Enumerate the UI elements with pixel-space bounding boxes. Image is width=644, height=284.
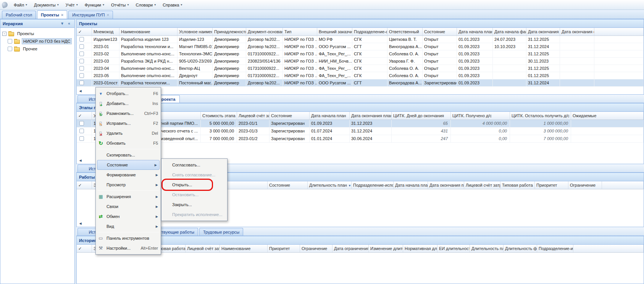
menu-item[interactable]: Закрыть... — [162, 200, 227, 210]
column-header[interactable]: Лицевой счёт затрат — [237, 112, 270, 119]
select-all-header[interactable]: ✓ — [77, 245, 92, 252]
column-header[interactable]: ЦИТК. Осталось получить д/с — [510, 112, 571, 119]
row-checkbox[interactable] — [79, 52, 84, 56]
tree-checkbox[interactable] — [8, 47, 12, 51]
grid-row[interactable]: Изделие123Разработка изделия 123Изделие-… — [77, 36, 644, 43]
menubar-item[interactable]: Функции▾ — [81, 1, 108, 9]
row-checkbox[interactable] — [79, 129, 84, 133]
grid-row[interactable]: 2023-02Выполнение опытно-конс...Технолог… — [77, 50, 644, 58]
grid-row[interactable]: 2023-01постРазработка технологии...Посто… — [77, 79, 644, 87]
column-header[interactable] — [602, 181, 644, 189]
column-header[interactable]: Дата начала план. — [394, 181, 428, 189]
tab[interactable]: Проекты× — [37, 10, 67, 19]
column-header[interactable]: Изменение длител — [369, 245, 403, 252]
tab[interactable]: Инструкции ПУП× — [68, 11, 113, 19]
column-header[interactable]: Мнемокод — [92, 28, 119, 36]
menu-item[interactable]: Просмотр▶ — [96, 180, 160, 190]
column-header[interactable]: Внешний заказчик — [317, 28, 352, 36]
select-all-header[interactable]: ✓ — [77, 28, 92, 36]
tab[interactable]: Трудовые ресурсы — [199, 228, 243, 236]
scroll-left-button[interactable]: ◀ — [77, 88, 83, 94]
column-header[interactable]: Тип — [283, 28, 317, 36]
column-header[interactable]: Состояние — [268, 181, 308, 189]
column-header[interactable]: Приоритет — [268, 245, 300, 252]
row-checkbox[interactable] — [79, 59, 84, 63]
column-header[interactable]: ЕИ длительности — [437, 245, 470, 252]
column-header[interactable]: Подразделение-исполнитель — [352, 181, 394, 189]
column-header[interactable]: Ограничение — [300, 245, 332, 252]
column-header[interactable]: Подразделение-от — [352, 28, 387, 36]
column-header[interactable]: Дата ограничения — [332, 245, 369, 252]
menu-item[interactable]: Связи▶ — [96, 202, 160, 211]
column-header[interactable]: Дата окончания план — [428, 181, 464, 189]
menubar-item[interactable]: Документы▾ — [31, 1, 62, 9]
scroll-left-button[interactable]: ◀ — [77, 221, 83, 226]
column-header[interactable]: Состояние — [270, 112, 310, 119]
column-header[interactable]: Состояние — [423, 28, 457, 36]
row-checkbox[interactable] — [79, 81, 84, 85]
column-header[interactable]: Дата начала факт — [493, 28, 526, 36]
grid-row[interactable]: 1изведенной опыт...7 000 000,002023-01/2… — [77, 135, 644, 143]
menu-item[interactable]: Согласовать... — [162, 160, 227, 170]
tab-close-icon[interactable]: × — [61, 13, 63, 17]
menubar-item[interactable]: Словари▾ — [132, 1, 159, 9]
column-header[interactable]: ЦИТК. Получено д/с — [451, 112, 510, 119]
filter-button[interactable]: ▼ — [59, 21, 65, 27]
menu-item[interactable]: Расширения▶ — [96, 192, 160, 202]
column-header[interactable]: Длительность пла — [470, 245, 504, 252]
column-header[interactable]: Длительность план▼ — [308, 181, 352, 189]
select-all-header[interactable]: ✓ — [77, 112, 92, 119]
column-header[interactable]: Лицевой счёт затр — [186, 245, 220, 252]
menu-item[interactable]: Настройки...Alt+Enter — [96, 243, 160, 253]
scroll-left-button[interactable]: ◀ — [77, 158, 83, 163]
column-header[interactable]: Принадлежность — [213, 28, 246, 36]
column-header[interactable]: Нормативная длит — [403, 245, 437, 252]
menu-item[interactable]: Обмен▶ — [96, 211, 160, 221]
row-checkbox[interactable] — [79, 44, 84, 49]
column-header[interactable]: Условное наименова — [178, 28, 213, 36]
column-header[interactable]: Длительность фак — [504, 245, 537, 252]
menu-item[interactable]: Вид▶ — [96, 221, 160, 231]
grid-row[interactable]: 2023-04Выполнение опытно-конс...Вектор-А… — [77, 65, 644, 72]
grid-row[interactable]: 2023-05Выполнение опытно-конс...Дредноут… — [77, 72, 644, 79]
tree-node[interactable]: -Проекты — [0, 30, 74, 37]
collapse-panel-button[interactable]: « — [66, 21, 72, 27]
column-header[interactable]: Приоритет — [535, 181, 568, 189]
grid-row[interactable]: 2023-03Разработка ЭКД и РКД н...905-U020… — [77, 58, 644, 65]
menu-item[interactable]: УдалитьDel — [96, 128, 160, 138]
row-checkbox[interactable] — [79, 136, 84, 141]
row-checkbox[interactable] — [79, 121, 84, 126]
menubar-item[interactable]: Файл▾ — [10, 1, 31, 9]
tree-node[interactable]: НИОКР по ГОЗ без НДС — [0, 37, 74, 45]
row-checkbox[interactable] — [79, 73, 84, 78]
grid-row[interactable]: 1ческого отчета с ...3 000 000,002023-01… — [77, 127, 644, 135]
menubar-item[interactable]: Учёт▾ — [62, 1, 81, 9]
menu-item[interactable]: Размножить...Ctrl+F3 — [96, 108, 160, 118]
column-header[interactable]: Стоимость этапа — [201, 112, 237, 119]
menu-item[interactable]: Формирование▶ — [96, 170, 160, 180]
column-header[interactable]: Наименование — [220, 245, 268, 252]
grid-row[interactable]: 2023-01Разработка технологии и...Магнит … — [77, 43, 644, 50]
menu-item[interactable]: Отобрать...F6 — [96, 89, 160, 98]
menu-item[interactable]: ОбновитьF5 — [96, 138, 160, 148]
menu-item[interactable]: Скопировать... — [96, 150, 160, 160]
column-header[interactable]: Дата окончания пл — [526, 28, 560, 36]
column-header[interactable]: Ожидаемые — [571, 112, 644, 119]
column-header[interactable]: ЦИТК. Дней до окончания — [392, 112, 451, 119]
column-header[interactable]: Лицевой счёт затр — [464, 181, 500, 189]
menubar-item[interactable]: Справка▾ — [159, 1, 186, 9]
column-header[interactable] — [573, 245, 644, 252]
column-header[interactable]: Подразделение-ис — [537, 245, 573, 252]
column-header[interactable]: Ответственный — [387, 28, 423, 36]
menu-item[interactable]: Добавить...Ins — [96, 98, 160, 108]
menu-item[interactable]: Панель инструментов — [96, 233, 160, 243]
tab[interactable]: Рабочий стол — [2, 11, 36, 19]
tree-node[interactable]: Прочее — [0, 45, 74, 53]
grid-row[interactable]: 1тной партии ПМО...5 000 000,002023-01/1… — [77, 120, 644, 127]
column-header[interactable]: Дата начала план. — [457, 28, 493, 36]
tree-checkbox[interactable] — [8, 39, 12, 44]
row-checkbox[interactable] — [79, 37, 84, 42]
menu-item[interactable]: Открыть... — [162, 180, 227, 190]
row-checkbox[interactable] — [79, 66, 84, 71]
column-header[interactable]: Ограничение — [568, 181, 602, 189]
